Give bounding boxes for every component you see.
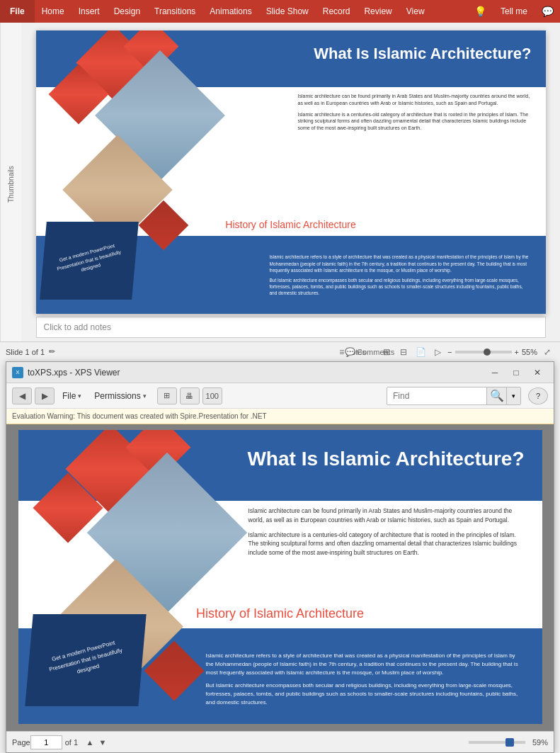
slide-history-title[interactable]: History of Islamic Architecture: [225, 219, 355, 230]
print-preview-icon[interactable]: ⊞: [157, 387, 177, 404]
zoom-slider[interactable]: [455, 351, 512, 353]
file-menu-btn[interactable]: File ▾: [57, 389, 86, 403]
slide-title[interactable]: What Is Islamic Architecture?: [298, 45, 532, 63]
xps-status-right: 59%: [466, 738, 548, 747]
find-input[interactable]: [387, 387, 486, 404]
view-icons: ⊞ ⊟ 📄 ▷: [379, 345, 445, 359]
reading-view-icon[interactable]: 📄: [413, 345, 428, 359]
history-para2: But Islamic architecture encompasses bot…: [270, 277, 532, 296]
zoom-thumb: [484, 349, 491, 356]
notes-icon: ≡: [339, 347, 344, 357]
maximize-button[interactable]: □: [505, 362, 527, 383]
menu-home[interactable]: Home: [35, 0, 72, 23]
slide-para2: Islamic architecture is a centuries-old …: [298, 111, 532, 132]
menu-animations[interactable]: Animations: [202, 0, 258, 23]
xps-history-text: Islamic architecture refers to a style o…: [206, 652, 525, 711]
xps-slide-para1: Islamic architecture can be found primar…: [248, 506, 525, 525]
zoom-minus[interactable]: −: [447, 348, 452, 356]
menu-tell-me[interactable]: Tell me: [493, 6, 535, 16]
permissions-chevron-icon: ▾: [143, 392, 147, 400]
xps-slide-intro-text: Islamic architecture can be found primar…: [248, 506, 525, 563]
history-title-colored: Islamic Architecture: [270, 219, 355, 230]
page-down-arrow[interactable]: ▼: [96, 736, 109, 749]
permissions-label: Permissions: [94, 391, 140, 401]
xps-title-bar: X toXPS.xps - XPS Viewer ─ □ ✕: [6, 362, 554, 383]
slide-canvas[interactable]: What Is Islamic Architecture? Islamic ar…: [36, 30, 546, 314]
xps-diagonal-block: Get a modern PowerPoint Presentation tha…: [25, 614, 146, 706]
xps-history-para1: Islamic architecture refers to a style o…: [206, 652, 525, 677]
menu-transitions[interactable]: Transitions: [147, 0, 202, 23]
xps-zoom-level: 59%: [532, 738, 548, 747]
permissions-menu-btn[interactable]: Permissions ▾: [89, 389, 151, 403]
menu-design[interactable]: Design: [107, 0, 147, 23]
xps-zoom-thumb: [505, 738, 514, 747]
edit-icon[interactable]: ✏: [49, 347, 55, 356]
thumbnails-panel[interactable]: Thumbnails: [0, 23, 21, 346]
find-dropdown-btn[interactable]: ▾: [506, 387, 520, 404]
xps-toolbar-icons: ⊞ 🖶 100: [157, 387, 222, 404]
slide-diagonal-block: Get a modern PowerPoint Presentation tha…: [40, 222, 139, 300]
ppt-main-area: Thumbnails What Is Islamic Architecture?: [0, 23, 560, 346]
back-button[interactable]: ◀: [12, 387, 32, 404]
xps-history-title: History of Islamic Architecture: [196, 606, 364, 621]
powerpoint-window: File Home Insert Design Transitions Anim…: [0, 0, 560, 361]
xps-window-title: toXPS.xps - XPS Viewer: [28, 368, 484, 378]
forward-button[interactable]: ▶: [35, 387, 55, 404]
xps-warning-bar: Evaluation Warning: This document was cr…: [6, 409, 554, 424]
xps-status-bar: Page of 1 ▲ ▼ 59%: [6, 731, 554, 752]
normal-view-icon[interactable]: ⊞: [379, 345, 394, 359]
xps-history-para2: But Islamic architecture encompasses bot…: [206, 681, 525, 707]
lightbulb-icon[interactable]: 💡: [468, 0, 493, 23]
minimize-button[interactable]: ─: [484, 362, 505, 383]
xps-toolbar: ◀ ▶ File ▾ Permissions ▾ ⊞ 🖶 100 🔍 ▾ ?: [6, 383, 554, 409]
menu-insert[interactable]: Insert: [72, 0, 107, 23]
print-icon[interactable]: 🖶: [180, 387, 200, 404]
slide-count: Slide 1 of 1: [6, 348, 45, 356]
find-search-btn[interactable]: 🔍: [486, 387, 506, 404]
xps-diagonal-text: Get a modern PowerPoint Presentation tha…: [45, 638, 125, 684]
menu-bar-right: 💡 Tell me 💬: [468, 0, 560, 23]
xps-page-label: Page: [12, 738, 30, 747]
xps-page-input[interactable]: [30, 735, 62, 749]
slideshow-view-icon[interactable]: ▷: [430, 345, 445, 359]
slide-para1: Islamic architecture can be found primar…: [298, 93, 532, 107]
close-button[interactable]: ✕: [527, 362, 548, 383]
comment-icon[interactable]: 💬: [535, 0, 560, 23]
menu-view[interactable]: View: [399, 0, 432, 23]
status-bar-right: ≡ Notes 💬 Comments ⊞ ⊟ 📄 ▷ − + 55% ⤢: [345, 345, 554, 359]
comments-btn[interactable]: 💬 Comments: [362, 345, 377, 359]
xps-slide-title: What Is Islamic Architecture?: [241, 448, 525, 470]
xps-document-area[interactable]: What Is Islamic Architecture? Islamic ar…: [6, 424, 554, 731]
xps-history-colored: Islamic Architecture: [253, 606, 364, 621]
status-bar: Slide 1 of 1 ✏ ≡ Notes 💬 Comments ⊞ ⊟ 📄 …: [0, 341, 560, 361]
grid-view-icon[interactable]: ⊟: [396, 345, 411, 359]
zoom-select-icon[interactable]: 100: [202, 387, 222, 404]
xps-zoom-slider[interactable]: [469, 741, 525, 744]
menu-file[interactable]: File: [0, 0, 35, 23]
diagonal-text: Get a modern PowerPoint Presentation tha…: [54, 242, 123, 281]
page-up-arrow[interactable]: ▲: [84, 736, 96, 749]
menu-review[interactable]: Review: [357, 0, 399, 23]
menu-record[interactable]: Record: [316, 0, 358, 23]
xps-slide-para2: Islamic architecture is a centuries-old …: [248, 531, 525, 557]
file-chevron-icon: ▾: [78, 392, 81, 400]
slide-edit-area: What Is Islamic Architecture? Islamic ar…: [21, 23, 560, 346]
xps-app-icon: X: [12, 367, 23, 378]
xps-window-controls: ─ □ ✕: [484, 362, 548, 383]
zoom-plus[interactable]: +: [515, 348, 519, 356]
find-box: 🔍 ▾: [387, 387, 521, 405]
xps-history-plain: History of: [196, 606, 253, 621]
warning-text: Evaluation Warning: This document was cr…: [12, 412, 267, 420]
menu-bar: File Home Insert Design Transitions Anim…: [0, 0, 560, 23]
history-para1: Islamic architecture refers to a style o…: [270, 254, 532, 273]
zoom-level: 55%: [522, 348, 537, 356]
menu-slideshow[interactable]: Slide Show: [259, 0, 316, 23]
fit-window-icon[interactable]: ⤢: [540, 345, 554, 359]
slide-intro-text[interactable]: Islamic architecture can be found primar…: [298, 93, 532, 136]
help-button[interactable]: ?: [528, 387, 548, 404]
slide-history-text[interactable]: Islamic architecture refers to a style o…: [270, 254, 532, 300]
history-title-plain: History of: [225, 219, 270, 230]
notes-placeholder[interactable]: Click to add notes: [36, 317, 546, 338]
file-label: File: [62, 391, 76, 401]
xps-slide-canvas: What Is Islamic Architecture? Islamic ar…: [18, 430, 542, 724]
